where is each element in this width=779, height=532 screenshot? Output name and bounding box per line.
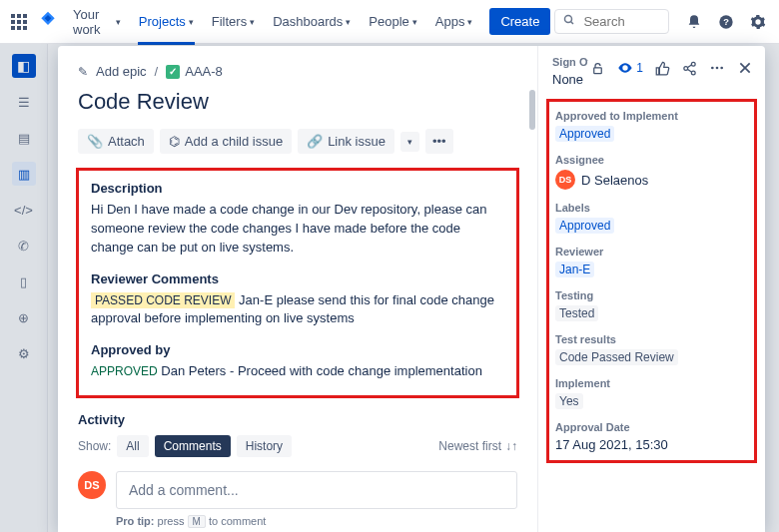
- field-value[interactable]: Approved: [555, 218, 614, 234]
- link-issue-button[interactable]: 🔗Link issue: [298, 129, 394, 154]
- svg-point-15: [684, 66, 688, 70]
- avatar: DS: [555, 170, 575, 190]
- ellipsis-icon: •••: [432, 134, 446, 149]
- nav-apps[interactable]: Apps▾: [428, 8, 480, 35]
- activity-heading: Activity: [78, 412, 517, 427]
- scroll-thumb[interactable]: [529, 90, 535, 130]
- like-icon[interactable]: [655, 61, 670, 76]
- svg-text:?: ?: [723, 17, 729, 27]
- chevron-down-icon: ▾: [467, 17, 472, 27]
- svg-line-10: [571, 22, 574, 25]
- svg-rect-3: [11, 20, 15, 24]
- svg-rect-2: [23, 14, 27, 18]
- svg-line-17: [688, 65, 692, 68]
- issue-key-text: AAA-8: [185, 64, 223, 79]
- svg-rect-6: [11, 26, 15, 30]
- notifications-icon[interactable]: [683, 11, 705, 33]
- comment-input-row: DS Add a comment...: [78, 471, 517, 509]
- svg-rect-13: [594, 67, 602, 73]
- nav-filters[interactable]: Filters▾: [205, 8, 262, 35]
- comment-input[interactable]: Add a comment...: [116, 471, 517, 509]
- settings-icon[interactable]: [747, 11, 769, 33]
- issue-type-icon: ✓: [166, 65, 180, 79]
- field-label: Labels: [555, 202, 748, 214]
- pencil-icon: ✎: [78, 65, 88, 79]
- create-button[interactable]: Create: [489, 8, 550, 35]
- approved-by-text: Dan Peters - Proceed with code change im…: [161, 363, 482, 378]
- field-testing: Testing Tested: [555, 289, 748, 321]
- share-icon[interactable]: [682, 61, 697, 76]
- search-icon: [563, 14, 575, 29]
- description-heading: Description: [91, 181, 504, 196]
- watch-count: 1: [636, 61, 643, 75]
- approved-tag: APPROVED: [91, 363, 158, 379]
- tab-comments[interactable]: Comments: [155, 435, 231, 457]
- svg-point-14: [691, 62, 695, 66]
- reviewer-comments-body[interactable]: PASSED CODE REVIEW Jan-E please send thi…: [91, 291, 504, 329]
- nav-your-work[interactable]: Your work▾: [66, 1, 128, 43]
- svg-rect-8: [23, 26, 27, 30]
- add-child-button[interactable]: ⌬Add a child issue: [160, 129, 292, 154]
- svg-point-19: [711, 67, 714, 70]
- highlighted-content-box: Description Hi Den I have made a code ch…: [76, 168, 519, 398]
- issue-dialog: ✎ Add epic / ✓ AAA-8 Code Review 📎Attach…: [58, 46, 765, 532]
- attach-button[interactable]: 📎Attach: [78, 129, 154, 154]
- more-button[interactable]: •••: [425, 129, 453, 154]
- assignee-name: D Selaenos: [581, 173, 648, 188]
- chevron-down-icon: ▾: [189, 17, 194, 27]
- chevron-down-icon: ▾: [412, 17, 417, 27]
- tree-icon: ⌬: [169, 134, 180, 149]
- field-reviewer: Reviewer Jan-E: [555, 246, 748, 277]
- jira-logo-icon[interactable]: [38, 10, 58, 33]
- svg-rect-7: [17, 26, 21, 30]
- nav-projects[interactable]: Projects▾: [132, 8, 201, 35]
- more-actions-icon[interactable]: [709, 60, 725, 76]
- close-icon[interactable]: [737, 60, 753, 76]
- description-body[interactable]: Hi Den I have made a code change in our …: [91, 201, 504, 258]
- passed-review-tag: PASSED CODE REVIEW: [91, 292, 235, 308]
- field-value[interactable]: 17 Aug 2021, 15:30: [555, 437, 748, 452]
- avatar: DS: [78, 471, 106, 499]
- search-input[interactable]: [581, 13, 660, 30]
- field-value[interactable]: Tested: [555, 305, 598, 321]
- highlighted-side-box: Approved to Implement Approved Assignee …: [546, 99, 757, 463]
- sort-newest-first[interactable]: Newest first ↓↑: [438, 439, 517, 453]
- field-approved-to-implement: Approved to Implement Approved: [555, 110, 748, 142]
- svg-line-18: [688, 69, 692, 72]
- svg-point-16: [691, 71, 695, 75]
- help-icon[interactable]: ?: [715, 11, 737, 33]
- add-epic-link[interactable]: Add epic: [96, 64, 147, 79]
- lock-icon[interactable]: [590, 61, 605, 76]
- field-label: Test results: [555, 333, 748, 345]
- svg-point-9: [565, 16, 572, 23]
- search-input-wrapper[interactable]: [554, 9, 669, 34]
- field-value[interactable]: Yes: [555, 393, 583, 409]
- field-value[interactable]: Jan-E: [555, 262, 594, 277]
- dialog-toolbar: 1: [588, 56, 755, 80]
- field-approval-date: Approval Date 17 Aug 2021, 15:30: [555, 421, 748, 452]
- field-value[interactable]: Code Passed Review: [555, 349, 678, 365]
- svg-rect-4: [17, 20, 21, 24]
- issue-title[interactable]: Code Review: [78, 89, 517, 115]
- link-dropdown-button[interactable]: ▾: [400, 132, 419, 152]
- approved-by-body[interactable]: APPROVED Dan Peters - Proceed with code …: [91, 362, 504, 381]
- sort-icon: ↓↑: [505, 439, 517, 453]
- field-value[interactable]: Approved: [555, 126, 614, 142]
- svg-point-21: [720, 67, 723, 70]
- show-label: Show:: [78, 439, 111, 453]
- tab-all[interactable]: All: [117, 435, 148, 457]
- reviewer-comments-heading: Reviewer Comments: [91, 271, 504, 286]
- field-labels: Labels Approved: [555, 202, 748, 234]
- nav-people[interactable]: People▾: [362, 8, 423, 35]
- watch-button[interactable]: 1: [617, 60, 643, 76]
- nav-dashboards[interactable]: Dashboards▾: [266, 8, 358, 35]
- issue-key-link[interactable]: ✓ AAA-8: [166, 64, 223, 79]
- field-value[interactable]: DS D Selaenos: [555, 170, 748, 190]
- apps-switcher-icon[interactable]: [10, 13, 28, 31]
- svg-rect-5: [23, 20, 27, 24]
- breadcrumb: ✎ Add epic / ✓ AAA-8: [78, 64, 517, 79]
- field-implement: Implement Yes: [555, 377, 748, 409]
- paperclip-icon: 📎: [87, 134, 103, 149]
- dialog-main: ✎ Add epic / ✓ AAA-8 Code Review 📎Attach…: [58, 46, 537, 532]
- tab-history[interactable]: History: [237, 435, 292, 457]
